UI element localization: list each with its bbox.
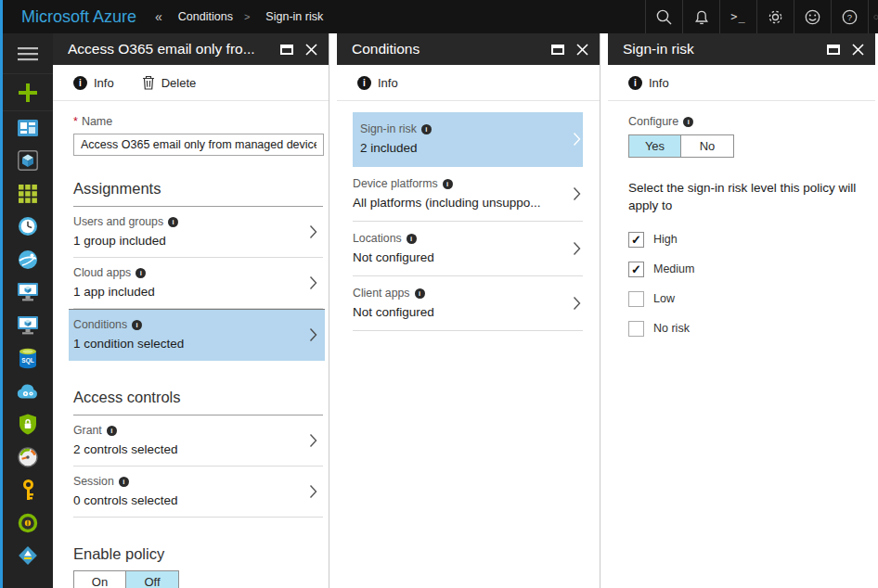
info-icon [443,179,453,189]
breadcrumb-conditions[interactable]: Conditions [178,10,233,23]
access-controls-heading: Access controls [73,389,323,415]
virtual-machines-classic-monitor-icon[interactable] [3,309,53,342]
sql-databases-icon[interactable]: SQL [3,342,53,376]
sign-in-risk-toolbar: Info [608,65,875,101]
virtual-machines-monitor-icon[interactable] [3,276,53,310]
info-icon [407,234,417,244]
svg-text:?: ? [847,12,852,22]
info-icon [415,288,425,299]
info-icon [132,320,142,330]
notifications-bell-icon[interactable] [682,0,719,33]
risk-medium-checkbox-row[interactable]: ✓ Medium [628,262,870,277]
chevron-right-icon [309,327,317,342]
client-apps-row[interactable]: Client apps Not configured [353,276,583,331]
hamburger-icon[interactable] [3,33,53,74]
breadcrumb-collapse-chevrons[interactable]: « [155,9,162,24]
info-icon [119,477,129,487]
locations-row[interactable]: Locations Not configured [353,222,583,276]
azure-portal: Microsoft Azure « Conditions > Sign-in r… [0,0,878,588]
breadcrumb-separator: > [244,11,250,22]
configure-label: Configure [628,115,870,128]
info-icon [73,76,87,90]
settings-gear-icon[interactable] [756,0,794,33]
advisor-gauge-icon[interactable] [3,441,53,474]
enable-policy-block: Enable policy On Off [73,545,323,588]
chevron-right-icon [309,275,317,290]
risk-level-description: Select the sign-in risk level this polic… [628,180,870,215]
security-center-shield-icon[interactable] [3,408,53,441]
main-area: SQL A [0,33,878,588]
checkbox-checked-icon[interactable]: ✓ [628,232,644,248]
risk-high-checkbox-row[interactable]: ✓ High [628,232,870,248]
session-row[interactable]: Session 0 controls selected [73,467,323,518]
close-icon[interactable] [576,44,588,56]
sign-in-risk-blade-body: Configure Yes No Select the sign-in risk… [608,101,875,588]
recent-clock-icon[interactable] [3,211,53,244]
app-services-globe-icon[interactable] [3,243,53,276]
maximize-icon[interactable] [551,45,564,55]
breadcrumb-sign-in-risk[interactable]: Sign-in risk [265,10,323,23]
chevron-right-icon [573,132,581,147]
enable-policy-heading: Enable policy [73,545,323,563]
help-icon[interactable]: ? [831,0,868,33]
configure-yes-button[interactable]: Yes [628,134,681,158]
checkbox-checked-icon[interactable]: ✓ [628,262,644,277]
policy-blade: Access O365 email only fro... Info Delet… [53,33,329,588]
info-button[interactable]: Info [73,76,114,90]
conditions-row[interactable]: Conditions 1 condition selected [69,309,325,361]
dashboard-icon[interactable] [3,111,53,145]
close-icon[interactable] [305,44,317,56]
resource-groups-grid-icon[interactable] [3,177,53,211]
cloud-shell-icon[interactable]: >_ [719,0,756,33]
conditions-blade-header: Conditions [337,33,600,65]
conditions-blade: Conditions Info Sign-in risk [337,33,600,588]
chevron-right-icon [309,224,317,239]
feedback-smiley-icon[interactable] [794,0,831,33]
sign-in-risk-row[interactable]: Sign-in risk 2 included [353,112,583,167]
maximize-icon[interactable] [827,45,840,55]
chevron-right-icon [309,484,317,499]
azure-brand-link[interactable]: Microsoft Azure [21,7,136,27]
enable-policy-off-button[interactable]: Off [126,570,179,588]
info-button[interactable]: Info [357,76,398,90]
risk-low-checkbox-row[interactable]: Low [628,291,870,307]
enable-policy-toggle: On Off [73,570,323,588]
search-icon[interactable] [645,0,682,33]
info-icon [357,76,371,90]
info-icon [168,217,178,227]
risk-no-risk-checkbox-row[interactable]: No risk [628,321,870,337]
cloud-services-icon[interactable] [3,375,53,408]
info-icon [107,426,117,436]
info-icon [628,76,642,90]
required-asterisk: * [73,115,78,128]
info-icon [421,124,432,134]
sign-in-risk-blade-title: Sign-in risk [623,41,815,58]
configure-no-button[interactable]: No [681,134,734,158]
checkbox-unchecked-icon[interactable] [628,291,644,307]
policy-name-input[interactable] [73,134,324,156]
create-resource-plus-icon[interactable] [3,74,53,111]
account-partial-icon[interactable] [868,0,878,33]
cost-billing-icon[interactable] [3,506,53,540]
delete-button[interactable]: Delete [142,75,197,90]
blade-stack: Access O365 email only fro... Info Delet… [53,33,878,588]
key-vault-icon[interactable] [3,474,53,507]
info-icon [136,268,146,278]
sidebar-accent-strip [0,0,3,588]
chevron-right-icon [573,186,581,201]
topbar-icon-group: >_ ? [645,0,878,33]
close-icon[interactable] [852,44,864,56]
configure-toggle: Yes No [628,134,870,158]
info-button[interactable]: Info [628,76,669,90]
policy-blade-header: Access O365 email only fro... [53,33,329,65]
checkbox-unchecked-icon[interactable] [628,321,644,337]
all-resources-cube-icon[interactable] [3,145,53,178]
cloud-apps-row[interactable]: Cloud apps 1 app included [73,258,323,309]
policy-blade-body: *Name Assignments Users and groups 1 gro… [53,101,329,588]
users-and-groups-row[interactable]: Users and groups 1 group included [73,207,323,258]
device-platforms-row[interactable]: Device platforms All platforms (includin… [353,167,583,222]
grant-row[interactable]: Grant 2 controls selected [73,415,323,467]
enable-policy-on-button[interactable]: On [73,570,126,588]
maximize-icon[interactable] [280,45,293,55]
azure-active-directory-icon[interactable] [3,540,53,573]
